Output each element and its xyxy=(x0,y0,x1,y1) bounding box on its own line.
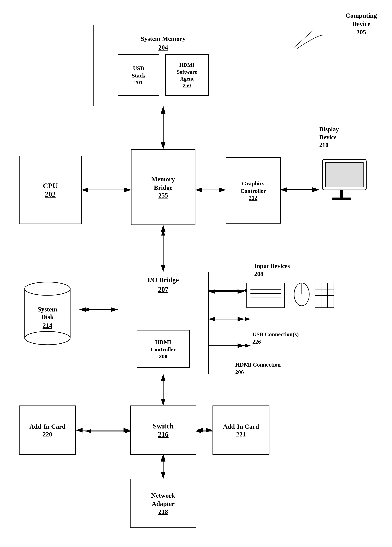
hdmi-agent-number: 250 xyxy=(183,82,191,89)
hdmi-agent-box: HDMISoftwareAgent 250 xyxy=(165,54,209,96)
system-disk-icon: System Disk 214 xyxy=(19,277,76,349)
svg-line-18 xyxy=(294,30,313,48)
usb-stack-number: 201 xyxy=(134,79,143,86)
add-in-card-220-number: 220 xyxy=(43,431,52,438)
hdmi-controller-box: HDMIController 200 xyxy=(137,330,190,368)
system-memory-number: 204 xyxy=(159,44,168,51)
svg-text:214: 214 xyxy=(43,322,52,329)
graphics-controller-box: GraphicsController 212 xyxy=(226,157,281,224)
display-device-icon xyxy=(319,156,372,209)
svg-text:System: System xyxy=(38,306,57,313)
network-adapter-number: 218 xyxy=(159,508,168,515)
add-in-card-221-title: Add-In Card xyxy=(223,422,259,431)
system-memory-title: System Memory xyxy=(141,35,186,42)
svg-point-25 xyxy=(25,331,70,345)
hdmi-controller-title: HDMIController xyxy=(150,338,176,353)
input-devices-icon xyxy=(243,279,338,328)
svg-rect-22 xyxy=(332,198,351,200)
graphics-controller-number: 212 xyxy=(249,194,258,201)
add-in-card-221-box: Add-In Card 221 xyxy=(213,405,269,455)
cpu-title: CPU xyxy=(43,182,58,190)
add-in-card-220-title: Add-In Card xyxy=(29,422,66,431)
svg-point-24 xyxy=(25,282,70,295)
io-bridge-title: I/O Bridge xyxy=(147,276,179,284)
display-device-label: Display Device 210 xyxy=(319,125,339,149)
switch-box: Switch 216 xyxy=(130,405,196,455)
graphics-controller-title: GraphicsController xyxy=(240,180,266,194)
add-in-card-221-number: 221 xyxy=(236,431,246,438)
switch-title: Switch xyxy=(153,422,174,430)
usb-stack-box: USBStack 201 xyxy=(118,54,159,96)
switch-number: 216 xyxy=(158,430,169,438)
add-in-card-220-box: Add-In Card 220 xyxy=(19,405,76,455)
hdmi-agent-title: HDMISoftwareAgent xyxy=(177,62,197,82)
usb-stack-title: USBStack xyxy=(132,64,145,79)
cpu-number: 202 xyxy=(45,190,56,198)
memory-bridge-number: 255 xyxy=(159,192,168,199)
display-device-title: Display xyxy=(319,125,339,133)
io-bridge-box: I/O Bridge 207 HDMIController 200 xyxy=(118,272,209,374)
cpu-box: CPU 202 xyxy=(19,156,82,224)
network-adapter-box: NetworkAdapter 218 xyxy=(130,479,196,528)
io-bridge-number: 207 xyxy=(158,286,168,294)
usb-connection-label: USB Connection(s) 226 xyxy=(252,330,299,345)
svg-rect-21 xyxy=(340,190,343,198)
hdmi-controller-number: 200 xyxy=(159,353,167,360)
hdmi-connection-label: HDMI Connection 206 xyxy=(235,361,281,376)
computing-device-label: Computing Device 205 xyxy=(346,11,377,37)
network-adapter-title: NetworkAdapter xyxy=(151,491,175,508)
system-memory-box: System Memory 204 USBStack 201 HDMISoftw… xyxy=(93,25,233,106)
diagram-container: Computing Device 205 System Memory 204 U… xyxy=(0,0,392,547)
svg-text:Disk: Disk xyxy=(41,313,54,321)
memory-bridge-title: MemoryBridge xyxy=(151,175,175,192)
input-devices-label: Input Devices 208 xyxy=(254,262,290,278)
svg-rect-29 xyxy=(247,283,285,308)
svg-rect-20 xyxy=(326,162,363,187)
memory-bridge-box: MemoryBridge 255 xyxy=(131,149,195,225)
